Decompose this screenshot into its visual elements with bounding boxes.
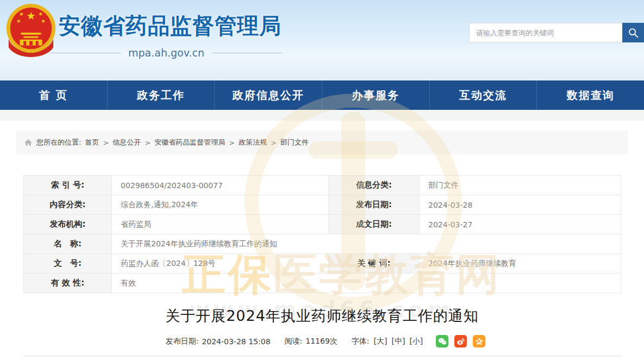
content-class-value: 综合政务,通知,2024年 — [112, 195, 329, 215]
main-container: 您所在的位置: 首页 > 信息公开 > 安徽省药品监督管理局 > 政策法规 > … — [16, 131, 628, 356]
breadcrumb-separator: > — [103, 139, 109, 147]
doc-name-label: 名 称: — [24, 234, 112, 254]
document-info-table-wrap: 索 引 号: 002986504/202403-00077 信息分类: 部门文件… — [23, 175, 621, 293]
written-date-value: 2024-03-27 — [420, 215, 621, 234]
table-row: 文 号: 药监办人函〔2024〕128号 关 键 词: 2024年执业药师继续教… — [24, 254, 621, 274]
svg-text:★: ★ — [19, 11, 24, 17]
table-row: 名 称: 关于开展2024年执业药师继续教育工作的通知 — [24, 234, 621, 254]
breadcrumb-home[interactable]: 首页 — [85, 138, 99, 147]
article-meta: 发布日期: 2024-03-28 15:08 阅读: 11169次 字体: [大… — [16, 335, 628, 347]
info-class-label: 信息分类: — [329, 176, 420, 195]
breadcrumb-separator: > — [229, 139, 235, 147]
views-group: 阅读: 11169次 — [285, 337, 337, 346]
breadcrumb-separator: > — [271, 139, 277, 147]
svg-text:★: ★ — [16, 18, 21, 24]
breadcrumb-info-disclosure[interactable]: 信息公开 — [112, 138, 141, 147]
breadcrumb-prefix: 您所在的位置: — [36, 138, 81, 147]
nav-item-data-query[interactable]: 数据查询 — [537, 80, 644, 110]
views-label: 阅读: — [285, 337, 303, 346]
nav-item-government-work[interactable]: 政务工作 — [108, 80, 215, 110]
nav-item-interaction[interactable]: 互动交流 — [430, 80, 537, 110]
font-size-small-button[interactable]: [小] — [409, 337, 423, 346]
wechat-icon — [437, 337, 447, 346]
font-size-large-button[interactable]: [大] — [374, 337, 387, 346]
pub-date-label: 发布日期: — [329, 195, 420, 215]
views-value: 11169次 — [305, 337, 337, 346]
font-size-medium-button[interactable]: [中] — [391, 337, 405, 346]
table-row: 内容分类: 综合政务,通知,2024年 发布日期: 2024-03-28 — [24, 195, 621, 215]
document-info-table: 索 引 号: 002986504/202403-00077 信息分类: 部门文件… — [23, 175, 621, 293]
site-title: 安徽省药品监督管理局 — [59, 11, 282, 41]
font-size-group: 字体: [大] [中] [小] — [352, 337, 423, 346]
publish-date-label: 发布日期: — [166, 337, 199, 346]
pub-org-value: 省药监局 — [112, 215, 329, 234]
pub-date-value: 2024-03-28 — [420, 195, 621, 215]
publish-date-group: 发布日期: 2024-03-28 15:08 — [166, 337, 271, 346]
svg-text:★: ★ — [26, 10, 36, 22]
weibo-icon — [456, 337, 466, 346]
wechat-share-button[interactable] — [436, 335, 448, 347]
article-title: 关于开展2024年执业药师继续教育工作的通知 — [16, 306, 628, 326]
search-button[interactable] — [622, 23, 644, 42]
svg-text:★: ★ — [41, 18, 46, 24]
breadcrumb-agency[interactable]: 安徽省药品监督管理局 — [154, 138, 225, 147]
written-date-label: 成文日期: — [329, 215, 420, 234]
site-search — [469, 23, 644, 42]
doc-name-value: 关于开展2024年执业药师继续教育工作的通知 — [112, 234, 621, 254]
site-header: ★ ★ ★ ★ ★ 安徽省药品监督管理局 mpa.ah.gov.cn — [0, 0, 644, 80]
info-class-value: 部门文件 — [420, 176, 621, 195]
content-class-label: 内容分类: — [24, 195, 112, 215]
font-size-label: 字体: — [352, 337, 370, 346]
doc-no-label: 文 号: — [24, 254, 112, 274]
nav-item-info-disclosure[interactable]: 政府信息公开 — [215, 80, 322, 110]
url-left-rule — [50, 53, 121, 53]
content-divider — [23, 356, 621, 356]
search-icon — [627, 27, 639, 39]
keywords-value: 2024年执业药师继续教育 — [420, 254, 621, 274]
publish-date-value: 2024-03-28 15:08 — [202, 337, 270, 346]
keywords-label: 关 键 词: — [329, 254, 420, 274]
doc-no-value: 药监办人函〔2024〕128号 — [112, 254, 329, 274]
nav-item-services[interactable]: 办事服务 — [322, 80, 430, 110]
nav-item-home[interactable]: 首 页 — [0, 80, 108, 110]
breadcrumb-policies[interactable]: 政策法规 — [239, 138, 267, 147]
pub-org-label: 发布机构: — [24, 215, 112, 234]
weibo-share-button[interactable] — [454, 335, 467, 347]
table-row: 有 效 性: 有效 — [24, 274, 621, 293]
index-no-value: 002986504/202403-00077 — [112, 176, 329, 195]
home-icon — [24, 138, 33, 147]
svg-text:★: ★ — [38, 11, 43, 17]
favorite-star-button[interactable] — [473, 335, 485, 347]
site-url: mpa.ah.gov.cn — [128, 47, 204, 59]
breadcrumb-dept-documents[interactable]: 部门文件 — [280, 138, 309, 147]
index-no-label: 索 引 号: — [24, 176, 112, 195]
validity-value: 有效 — [112, 274, 621, 293]
main-nav: 首 页 政务工作 政府信息公开 办事服务 互动交流 数据查询 — [0, 80, 644, 110]
table-row: 发布机构: 省药监局 成文日期: 2024-03-27 — [24, 215, 621, 234]
page-strip — [0, 110, 644, 121]
validity-label: 有 效 性: — [24, 274, 112, 293]
search-input[interactable] — [469, 23, 622, 42]
url-right-rule — [212, 53, 283, 53]
table-row: 索 引 号: 002986504/202403-00077 信息分类: 部门文件 — [24, 176, 621, 195]
breadcrumb-separator: > — [145, 139, 151, 147]
site-url-row: mpa.ah.gov.cn — [50, 47, 283, 59]
breadcrumb: 您所在的位置: 首页 > 信息公开 > 安徽省药品监督管理局 > 政策法规 > … — [16, 131, 628, 154]
star-icon — [474, 337, 484, 346]
